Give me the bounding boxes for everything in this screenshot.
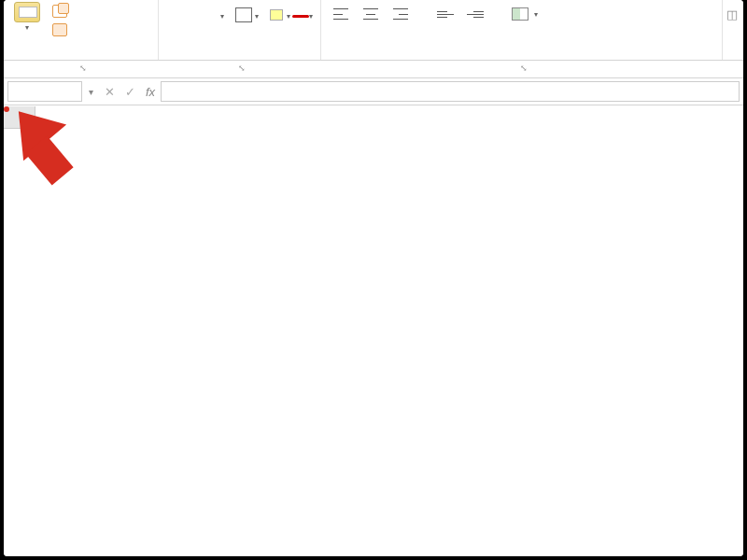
cancel-formula-button[interactable]: ✕: [99, 85, 120, 99]
font-color-button[interactable]: [292, 15, 309, 18]
bold-button[interactable]: [166, 15, 183, 19]
increase-indent-button[interactable]: [463, 6, 487, 22]
align-center-button[interactable]: [359, 6, 383, 22]
align-right-button[interactable]: [388, 6, 413, 22]
alignment-group: ▾: [321, 0, 723, 60]
underline-button[interactable]: [204, 15, 220, 19]
font-color-dropdown-icon[interactable]: ▾: [309, 12, 313, 21]
format-painter-button[interactable]: [50, 21, 158, 39]
alignment-dialog-icon[interactable]: ⤡: [520, 63, 528, 73]
fill-color-icon: [270, 9, 283, 21]
ribbon-group-labels: ⤡ ⤡ ⤡: [4, 61, 743, 77]
name-box[interactable]: [7, 81, 82, 102]
excel-window: ▾ ▾ ▾ ▾ ▾: [4, 0, 743, 556]
format-painter-icon: [52, 23, 67, 36]
enter-formula-button[interactable]: ✓: [120, 85, 140, 99]
merge-center-icon: [512, 7, 529, 21]
ribbon: ▾ ▾ ▾ ▾ ▾: [4, 0, 743, 61]
paste-dropdown-icon[interactable]: ▾: [25, 23, 29, 32]
border-icon: [235, 7, 252, 22]
decrease-indent-button[interactable]: [433, 6, 458, 22]
align-left-button[interactable]: [329, 6, 353, 22]
align-right-icon: [392, 7, 409, 21]
fill-color-button[interactable]: [266, 7, 287, 25]
italic-button[interactable]: [185, 15, 202, 19]
merge-center-button[interactable]: ▾: [512, 7, 538, 21]
border-dropdown-icon[interactable]: ▾: [255, 12, 259, 21]
cells-area[interactable]: [35, 129, 743, 556]
clipboard-group: [50, 0, 158, 60]
merge-dropdown-icon[interactable]: ▾: [534, 10, 538, 19]
paste-icon[interactable]: [14, 2, 40, 22]
align-left-icon: [332, 7, 349, 21]
underline-dropdown-icon[interactable]: ▾: [220, 12, 224, 21]
increase-indent-icon: [467, 7, 484, 21]
clipboard-dialog-icon[interactable]: ⤡: [79, 63, 87, 73]
fill-dropdown-icon[interactable]: ▾: [287, 12, 290, 21]
decrease-indent-icon: [437, 7, 454, 21]
formula-input[interactable]: [161, 81, 740, 102]
cell-styles-button[interactable]: ◫: [723, 6, 741, 23]
cell-styles-group: ◫: [723, 0, 743, 60]
align-center-icon: [362, 7, 379, 21]
formula-bar: ▾ ✕ ✓ fx: [4, 77, 743, 105]
spreadsheet-grid[interactable]: [4, 106, 743, 556]
font-dialog-icon[interactable]: ⤡: [238, 63, 246, 73]
font-group: ▾ ▾ ▾ ▾: [158, 0, 321, 60]
select-all-corner[interactable]: [4, 106, 35, 129]
paste-group: ▾: [4, 0, 50, 60]
name-box-dropdown-icon[interactable]: ▾: [82, 87, 99, 97]
copy-icon: [52, 5, 67, 18]
border-button[interactable]: [232, 6, 256, 27]
copy-button[interactable]: [50, 2, 158, 21]
insert-function-button[interactable]: fx: [140, 85, 161, 99]
